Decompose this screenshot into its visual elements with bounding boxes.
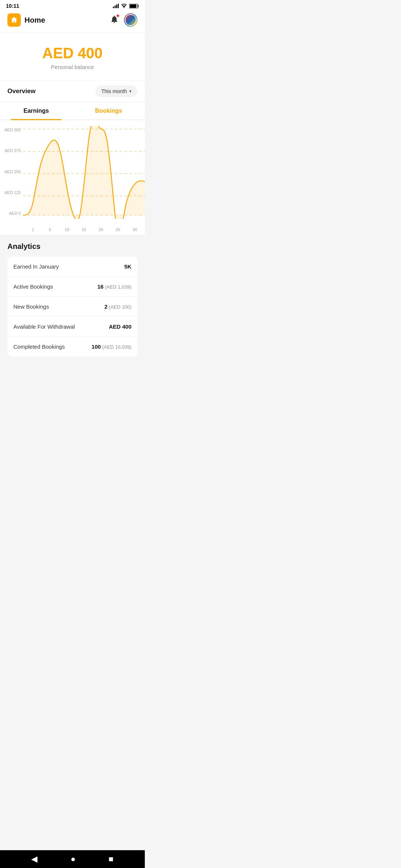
analytics-cards: Earned In January 5K Active Bookings 16 … xyxy=(7,257,137,356)
tab-bookings-label: Bookings xyxy=(95,108,122,114)
balance-section: AED 400 Personal balance xyxy=(0,33,145,80)
period-selector[interactable]: This month ▾ xyxy=(95,85,137,97)
x-label-20: 20 xyxy=(92,227,110,232)
signal-icon xyxy=(113,4,119,8)
analytics-row-new-bookings: New Bookings 2 (AED 100) xyxy=(7,297,137,317)
x-label-1: 1 xyxy=(25,227,42,232)
header-left: Home xyxy=(7,13,45,27)
analytics-label-completed-bookings: Completed Bookings xyxy=(13,343,65,350)
status-icons xyxy=(113,4,139,9)
analytics-row-withdrawal: Available For Withdrawal AED 400 xyxy=(7,317,137,337)
balance-label: Personal balance xyxy=(7,64,137,70)
tab-bookings[interactable]: Bookings xyxy=(72,102,145,119)
home-title: Home xyxy=(25,16,45,24)
overview-label: Overview xyxy=(7,81,36,102)
chart-y-axis: AED 500 AED 375 AED 250 AED 125 AED 0 xyxy=(0,126,23,217)
analytics-value-withdrawal: AED 400 xyxy=(109,323,131,330)
wifi-icon xyxy=(121,4,127,8)
analytics-row-completed-bookings: Completed Bookings 100 (AED 10,039) xyxy=(7,337,137,356)
x-label-25: 25 xyxy=(110,227,127,232)
y-label-0: AED 0 xyxy=(0,211,21,216)
analytics-label-new-bookings: New Bookings xyxy=(13,303,49,310)
analytics-value-active-bookings: 16 (AED 1,039) xyxy=(97,283,131,290)
period-label: This month xyxy=(101,88,127,94)
status-time: 10:11 xyxy=(6,3,19,9)
tabs: Earnings Bookings xyxy=(0,102,145,120)
y-label-500: AED 500 xyxy=(0,128,21,132)
svg-rect-3 xyxy=(118,4,119,8)
svg-rect-1 xyxy=(115,6,116,8)
balance-amount: AED 400 xyxy=(7,45,137,62)
overview-bar: Overview This month ▾ xyxy=(0,80,145,102)
avatar[interactable] xyxy=(124,13,137,27)
home-icon-wrap xyxy=(7,13,21,27)
analytics-row-earned: Earned In January 5K xyxy=(7,257,137,277)
chart-container: AED 500 AED 375 AED 250 AED 125 AED 0 1 … xyxy=(0,120,145,235)
analytics-value-new-bookings: 2 (AED 100) xyxy=(104,303,131,310)
house-icon xyxy=(10,16,18,24)
chart-x-axis: 1 5 10 15 20 25 30 xyxy=(23,227,145,232)
svg-rect-2 xyxy=(116,4,117,8)
analytics-value-earned: 5K xyxy=(124,263,131,270)
analytics-label-active-bookings: Active Bookings xyxy=(13,283,53,290)
x-label-15: 15 xyxy=(75,227,92,232)
y-label-375: AED 375 xyxy=(0,148,21,153)
svg-point-4 xyxy=(124,7,124,8)
x-label-10: 10 xyxy=(58,227,75,232)
analytics-label-withdrawal: Available For Withdrawal xyxy=(13,323,75,330)
status-bar: 10:11 xyxy=(0,0,145,10)
analytics-row-active-bookings: Active Bookings 16 (AED 1,039) xyxy=(7,277,137,297)
tab-earnings-label: Earnings xyxy=(23,108,49,114)
analytics-section: Analytics Earned In January 5K Active Bo… xyxy=(0,235,145,356)
notification-badge xyxy=(116,14,120,17)
header: Home xyxy=(0,10,145,33)
header-right xyxy=(110,13,137,27)
analytics-title: Analytics xyxy=(7,242,137,251)
analytics-value-completed-bookings: 100 (AED 10,039) xyxy=(92,343,131,350)
x-label-5: 5 xyxy=(42,227,59,232)
y-label-250: AED 250 xyxy=(0,170,21,174)
x-label-30: 30 xyxy=(126,227,143,232)
notification-button[interactable] xyxy=(110,15,119,25)
svg-rect-0 xyxy=(113,7,114,8)
svg-rect-6 xyxy=(130,4,137,8)
y-label-125: AED 125 xyxy=(0,190,21,195)
earnings-chart xyxy=(23,126,145,219)
chevron-down-icon: ▾ xyxy=(129,89,131,94)
analytics-label-earned: Earned In January xyxy=(13,263,59,270)
avatar-image xyxy=(125,15,136,25)
battery-icon xyxy=(129,4,139,9)
tab-earnings[interactable]: Earnings xyxy=(0,102,72,119)
